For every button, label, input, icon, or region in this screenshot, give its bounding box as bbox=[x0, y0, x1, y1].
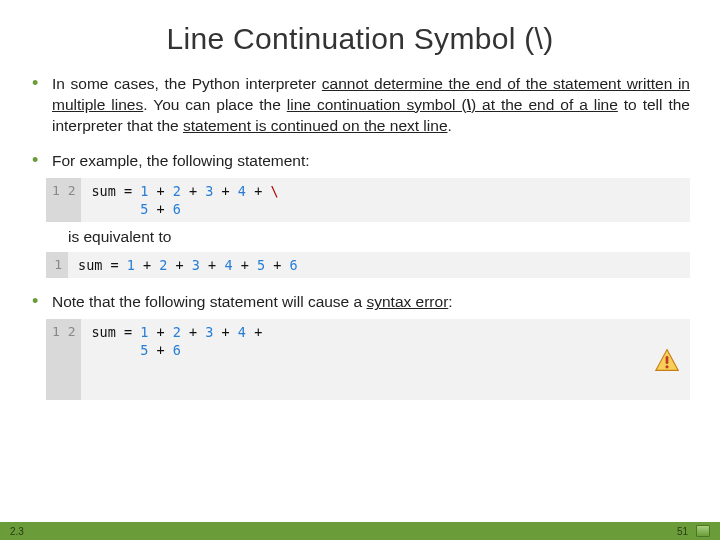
code-token: 5 bbox=[257, 257, 265, 273]
code-token: + bbox=[246, 324, 262, 340]
code-gutter: 1 2 bbox=[46, 178, 81, 222]
text-fragment: Note that the following statement will c… bbox=[52, 293, 366, 310]
code-token: 4 bbox=[238, 183, 246, 199]
bullet-1: In some cases, the Python interpreter ca… bbox=[30, 74, 690, 137]
code-token: + bbox=[200, 257, 224, 273]
underline-fragment: statement is continued on the next line bbox=[183, 117, 448, 134]
underline-fragment: syntax error bbox=[366, 293, 448, 310]
code-token bbox=[91, 342, 140, 358]
code-token: 4 bbox=[238, 324, 246, 340]
text-fragment: . You can place the bbox=[143, 96, 287, 113]
code-token: 4 bbox=[224, 257, 232, 273]
text-fragment: : bbox=[448, 293, 452, 310]
bullet-list: In some cases, the Python interpreter ca… bbox=[30, 74, 690, 400]
code-token: 2 bbox=[173, 183, 181, 199]
version-label: 2.3 bbox=[10, 526, 24, 537]
footer-right: 51 bbox=[677, 525, 710, 537]
code-token: 6 bbox=[173, 342, 181, 358]
code-token: + bbox=[148, 342, 172, 358]
code-token: + bbox=[265, 257, 289, 273]
slide-title: Line Continuation Symbol (\) bbox=[0, 0, 720, 74]
text-fragment: In some cases, the Python interpreter bbox=[52, 75, 322, 92]
code-content: sum = 1 + 2 + 3 + 4 + 5 + 6 bbox=[81, 319, 690, 400]
code-block-3: 1 2 sum = 1 + 2 + 3 + 4 + 5 + 6 bbox=[46, 319, 690, 400]
code-token: 3 bbox=[192, 257, 200, 273]
page-number: 51 bbox=[677, 526, 688, 537]
slide: Line Continuation Symbol (\) In some cas… bbox=[0, 0, 720, 540]
code-token: sum = bbox=[91, 183, 140, 199]
footer-bar: 2.3 51 bbox=[0, 522, 720, 540]
bullet-2-text: For example, the following statement: bbox=[52, 151, 690, 172]
text-fragment: line continuation symbol ( bbox=[287, 96, 467, 113]
code-token: sum = bbox=[91, 324, 140, 340]
text-fragment: . bbox=[448, 117, 452, 134]
code-gutter: 1 bbox=[46, 252, 68, 278]
code-token: + bbox=[213, 324, 237, 340]
code-token: + bbox=[181, 324, 205, 340]
code-token: + bbox=[148, 324, 172, 340]
svg-point-2 bbox=[665, 365, 668, 368]
code-token: + bbox=[181, 183, 205, 199]
code-content: sum = 1 + 2 + 3 + 4 + 5 + 6 bbox=[68, 252, 690, 278]
code-gutter: 1 2 bbox=[46, 319, 81, 400]
bullet-2: For example, the following statement: 1 … bbox=[30, 151, 690, 279]
code-token: + bbox=[213, 183, 237, 199]
bullet-1-text: In some cases, the Python interpreter ca… bbox=[52, 74, 690, 137]
bullet-3-text: Note that the following statement will c… bbox=[52, 292, 690, 313]
code-token: 2 bbox=[173, 324, 181, 340]
svg-rect-1 bbox=[666, 356, 669, 364]
code-token: + bbox=[246, 183, 270, 199]
warning-icon bbox=[654, 348, 680, 372]
code-token bbox=[91, 201, 140, 217]
equivalent-text: is equivalent to bbox=[68, 228, 690, 246]
bullet-3: Note that the following statement will c… bbox=[30, 292, 690, 400]
footer-logo-icon bbox=[696, 525, 710, 537]
code-content: sum = 1 + 2 + 3 + 4 + \ 5 + 6 bbox=[81, 178, 690, 222]
code-token: + bbox=[148, 201, 172, 217]
code-token: sum = bbox=[78, 257, 127, 273]
code-token: + bbox=[167, 257, 191, 273]
code-token: 1 bbox=[127, 257, 135, 273]
code-token: + bbox=[233, 257, 257, 273]
code-token: + bbox=[148, 183, 172, 199]
code-token: 6 bbox=[289, 257, 297, 273]
code-token: \ bbox=[270, 183, 278, 199]
code-token: 6 bbox=[173, 201, 181, 217]
slide-body: In some cases, the Python interpreter ca… bbox=[0, 74, 720, 400]
code-token: + bbox=[135, 257, 159, 273]
underline-fragment: line continuation symbol (\) at the end … bbox=[287, 96, 618, 113]
code-block-2: 1 sum = 1 + 2 + 3 + 4 + 5 + 6 bbox=[46, 252, 690, 278]
text-fragment: ) at the end of a line bbox=[471, 96, 618, 113]
code-block-1: 1 2 sum = 1 + 2 + 3 + 4 + \ 5 + 6 bbox=[46, 178, 690, 222]
